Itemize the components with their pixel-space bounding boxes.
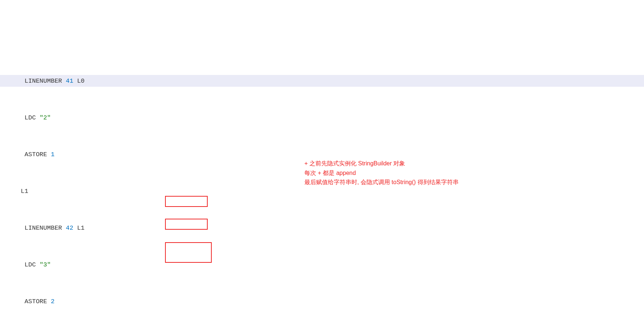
- string-literal: "3": [40, 261, 51, 268]
- instr: ASTORE: [10, 151, 51, 158]
- code-line: ASTORE 2: [0, 295, 644, 307]
- annotation-line-3: 最后赋值给字符串时, 会隐式调用 toString() 得到结果字符串: [304, 178, 532, 187]
- label-line: L1: [0, 185, 644, 197]
- instr: LDC: [10, 261, 40, 268]
- code-line: LDC "3": [0, 259, 644, 270]
- highlight-box-append-1: [165, 196, 208, 207]
- slot-index: 1: [51, 151, 54, 158]
- code-line: LINENUMBER 42 L1: [0, 222, 644, 234]
- annotation-block: + 之前先隐式实例化 StringBuilder 对象 每次 + 都是 appe…: [304, 159, 532, 187]
- label-ref: L0: [73, 78, 85, 85]
- instr: LINENUMBER: [10, 225, 66, 232]
- slot-index: 2: [51, 298, 54, 305]
- code-line: LINENUMBER 41 L0: [0, 75, 644, 87]
- line-number: 41: [66, 78, 73, 85]
- annotation-line-2: 每次 + 都是 append: [304, 168, 532, 178]
- label: L1: [10, 188, 28, 195]
- instr: ASTORE: [10, 298, 51, 305]
- bytecode-listing: LINENUMBER 41 L0 LDC "2" ASTORE 1 L1 LIN…: [0, 50, 644, 319]
- annotation-line-1: + 之前先隐式实例化 StringBuilder 对象: [304, 159, 532, 168]
- label-ref: L1: [73, 225, 85, 232]
- string-literal: "2": [40, 114, 51, 121]
- line-number: 42: [66, 225, 73, 232]
- code-line: LDC "2": [0, 112, 644, 123]
- instr: LINENUMBER: [10, 78, 66, 85]
- instr: LDC: [10, 114, 40, 121]
